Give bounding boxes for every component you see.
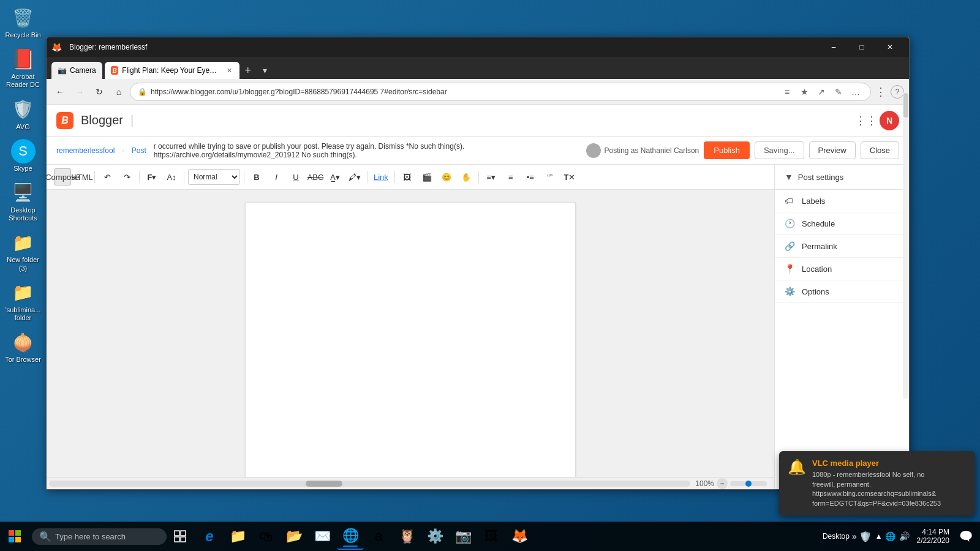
- taskbar-browser-button[interactable]: 🌐: [337, 523, 364, 550]
- permalink-item[interactable]: 🔗 Permalink: [775, 235, 909, 258]
- html-button[interactable]: HTML: [74, 168, 91, 186]
- user-avatar[interactable]: N: [880, 111, 899, 130]
- undo-button[interactable]: ↶: [99, 168, 116, 186]
- volume-icon[interactable]: 🔊: [899, 531, 910, 541]
- tab-blog[interactable]: B Flight Plan: Keep Your Eyes on... ✕: [105, 62, 239, 79]
- post-tab-link[interactable]: Post: [132, 146, 146, 155]
- help-icon[interactable]: ?: [891, 85, 904, 99]
- post-settings-header[interactable]: ▼ Post settings: [775, 165, 909, 190]
- desktop-shortcuts-icon[interactable]: 🖥️ Desktop Shortcuts: [2, 178, 45, 225]
- new-tab-button[interactable]: +: [239, 62, 257, 79]
- bold-button[interactable]: B: [248, 168, 265, 186]
- minimize-button[interactable]: –: [820, 37, 848, 57]
- saving-button[interactable]: Saving...: [755, 141, 804, 159]
- clear-format-button[interactable]: T✕: [561, 168, 578, 186]
- recycle-bin-icon[interactable]: 🗑️ Recycle Bin: [2, 3, 45, 42]
- preview-button[interactable]: Preview: [809, 141, 856, 159]
- underline-button[interactable]: U: [287, 168, 304, 186]
- skype-icon[interactable]: S Skype: [2, 137, 45, 175]
- editor-page[interactable]: [245, 202, 576, 477]
- avg-icon[interactable]: 🛡️ AVG: [2, 95, 45, 133]
- video-button[interactable]: 🎬: [418, 168, 435, 186]
- bookmark-icon[interactable]: ★: [797, 84, 812, 99]
- browser-title: Blogger: rememberlessf: [64, 43, 820, 51]
- close-button[interactable]: ✕: [876, 37, 904, 57]
- system-clock[interactable]: 4:14 PM 2/22/2020: [912, 528, 954, 545]
- camera-tab-label: Camera: [70, 66, 96, 75]
- redo-button[interactable]: ↷: [118, 168, 135, 186]
- address-bar[interactable]: 🔒 ≡ ★ ↗ ✎ …: [130, 83, 871, 101]
- tab-overflow-button[interactable]: ▾: [257, 62, 274, 79]
- text-color-button[interactable]: A̲▾: [326, 168, 344, 186]
- zoom-slider[interactable]: [730, 481, 767, 486]
- sublimina-folder-icon[interactable]: 📁 'sublimina... folder: [2, 278, 45, 324]
- taskbar-right: Desktop » 🛡️ ▲ 🌐 🔊 4:14 PM 2/22/2020 🗨️: [823, 528, 980, 545]
- tor-browser-icon[interactable]: 🧅 Tor Browser: [2, 328, 45, 366]
- horizontal-scrollbar-thumb[interactable]: [306, 481, 342, 487]
- tab-camera[interactable]: 📷 Camera: [51, 62, 102, 79]
- more-button[interactable]: ✋: [458, 168, 475, 186]
- browser-menu-icon[interactable]: …: [848, 84, 863, 99]
- google-apps-icon[interactable]: ⋮⋮: [858, 112, 875, 129]
- format-select[interactable]: Normal Heading 1 Heading 2 Heading 3: [188, 169, 240, 185]
- taskbar-mail-button[interactable]: ✉️: [309, 523, 336, 550]
- schedule-item[interactable]: 🕐 Schedule: [775, 212, 909, 235]
- taskbar-tripadvisor-button[interactable]: 🦉: [393, 523, 420, 550]
- horizontal-scrollbar[interactable]: [49, 481, 690, 487]
- maximize-button[interactable]: □: [848, 37, 876, 57]
- link-button[interactable]: Link: [371, 173, 391, 182]
- taskbar-more-apps-icon[interactable]: »: [852, 531, 857, 541]
- url-input[interactable]: [151, 88, 776, 96]
- antivirus-icon[interactable]: 🛡️: [859, 531, 872, 542]
- location-item[interactable]: 📍 Location: [775, 258, 909, 280]
- taskbar-photos-button[interactable]: 🖼: [478, 523, 505, 550]
- notification-button[interactable]: 🗨️: [957, 530, 975, 543]
- forward-button[interactable]: →: [71, 83, 88, 100]
- expand-tray-icon[interactable]: ▲: [875, 532, 883, 541]
- taskbar-camera-button[interactable]: 📷: [450, 523, 477, 550]
- start-button[interactable]: [0, 522, 29, 551]
- network-icon[interactable]: 🌐: [885, 531, 895, 541]
- unordered-list-button[interactable]: •≡: [522, 168, 539, 186]
- browser-settings-icon[interactable]: ⋮: [873, 84, 888, 99]
- publish-button[interactable]: Publish: [704, 141, 750, 159]
- share-icon[interactable]: ↗: [814, 84, 829, 99]
- labels-item[interactable]: 🏷 Labels: [775, 190, 909, 212]
- highlight-button[interactable]: 🖍▾: [346, 168, 363, 186]
- options-item[interactable]: ⚙️ Options: [775, 280, 909, 303]
- blockquote-button[interactable]: “”: [541, 168, 559, 186]
- taskbar-amazon-button[interactable]: a: [365, 523, 392, 550]
- italic-button[interactable]: I: [268, 168, 285, 186]
- align-button[interactable]: ≡▾: [483, 168, 500, 186]
- font-button[interactable]: F▾: [143, 168, 160, 186]
- image-button[interactable]: 🖼: [399, 168, 416, 186]
- taskbar-store-button[interactable]: 🛍: [252, 523, 279, 550]
- search-input[interactable]: [55, 532, 159, 541]
- emoji-button[interactable]: 😊: [438, 168, 455, 186]
- taskbar-edge-button[interactable]: e: [196, 523, 223, 550]
- vlc-line1: 1080p - rememberlessfool No self, no: [812, 471, 924, 478]
- close-post-button[interactable]: Close: [861, 141, 899, 159]
- font-size-button[interactable]: A↕: [163, 168, 180, 186]
- taskbar-firefox-button[interactable]: 🦊: [506, 523, 533, 550]
- refresh-button[interactable]: ↻: [91, 83, 108, 100]
- home-button[interactable]: ⌂: [110, 83, 127, 100]
- acrobat-icon[interactable]: 📕 Acrobat Reader DC: [2, 45, 45, 91]
- zoom-out-button[interactable]: −: [717, 478, 728, 489]
- blog-name-link[interactable]: rememberlessfool: [56, 146, 115, 155]
- taskbar-file-explorer-button[interactable]: 📁: [224, 523, 251, 550]
- ordered-list-button[interactable]: ≡: [502, 168, 519, 186]
- zoom-slider-thumb[interactable]: [745, 481, 752, 487]
- taskbar-search-box[interactable]: 🔍: [32, 528, 167, 545]
- sidebar-icon[interactable]: ≡: [780, 84, 794, 99]
- blog-tab-close[interactable]: ✕: [225, 66, 233, 75]
- taskbar-media-button[interactable]: ⚙️: [421, 523, 448, 550]
- strikethrough-button[interactable]: ABC: [307, 168, 324, 186]
- taskbar-files-button[interactable]: 📂: [281, 523, 307, 550]
- edit-icon[interactable]: ✎: [831, 84, 846, 99]
- browser-window-controls: – □ ✕: [820, 37, 904, 57]
- back-button[interactable]: ←: [51, 83, 69, 100]
- task-view-button[interactable]: [167, 523, 194, 550]
- compose-button[interactable]: Compose: [54, 168, 71, 186]
- new-folder-icon[interactable]: 📁 New folder (3): [2, 228, 45, 274]
